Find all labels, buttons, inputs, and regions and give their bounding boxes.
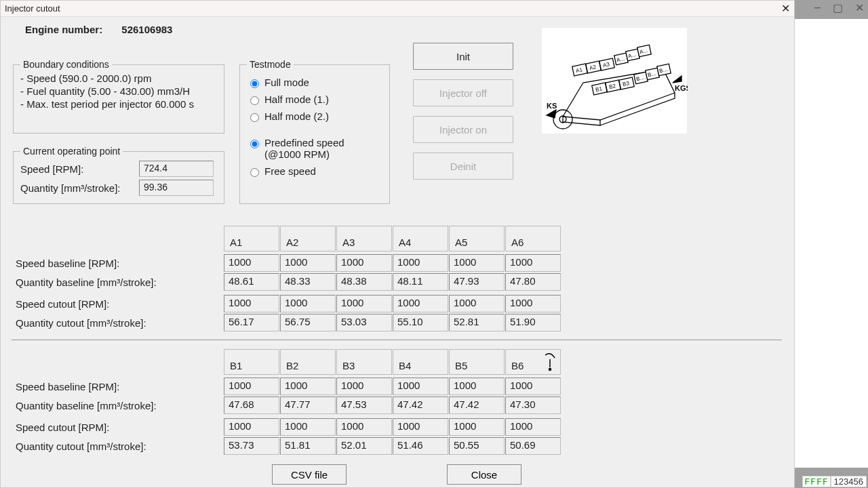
col-header-A6[interactable]: A6 bbox=[505, 226, 561, 251]
injector-off-button: Injector off bbox=[413, 79, 513, 106]
cop-speed-value: 724.4 bbox=[139, 161, 214, 177]
cell-A1-speed-baseline: 1000 bbox=[224, 254, 279, 272]
cell-B2-qty-baseline: 47.77 bbox=[280, 396, 336, 414]
cell-A2-speed-baseline: 1000 bbox=[280, 254, 336, 272]
row-label-qty-cutout: Quantity cutout [mm³/stroke]: bbox=[12, 314, 223, 331]
diagram-label-ks: KS bbox=[547, 102, 557, 110]
injector-on-button: Injector on bbox=[413, 116, 513, 143]
cell-B3-qty-baseline: 47.53 bbox=[336, 396, 392, 414]
row-label-speed-cutout: Speed cutout [RPM]: bbox=[12, 295, 223, 312]
cell-B5-qty-baseline: 47.42 bbox=[449, 396, 505, 414]
cell-B4-speed-baseline: 1000 bbox=[393, 378, 448, 395]
bg-minimize-icon[interactable]: – bbox=[814, 1, 821, 14]
engine-number-label: Engine number: bbox=[25, 24, 102, 35]
bank-b-table: B1B2B3B4B5B6Speed baseline [RPM]:1000100… bbox=[12, 349, 782, 456]
cell-A3-speed-cutout: 1000 bbox=[336, 295, 392, 312]
window-title: Injector cutout bbox=[5, 3, 60, 14]
cell-A4-qty-baseline: 48.11 bbox=[393, 273, 448, 291]
cop-speed-label: Speed [RPM]: bbox=[20, 163, 139, 175]
status-number: 123456 bbox=[831, 476, 867, 487]
cell-B1-qty-baseline: 47.68 bbox=[224, 396, 279, 414]
cell-B1-qty-cutout: 53.73 bbox=[224, 437, 279, 455]
cop-qty-label: Quantity [mm³/stroke]: bbox=[20, 182, 139, 194]
col-header-A5[interactable]: A5 bbox=[449, 226, 505, 251]
close-icon[interactable]: ✕ bbox=[781, 2, 790, 15]
boundary-line-3: - Max. test period per injector 60.000 s bbox=[20, 98, 217, 110]
row-label-qty-baseline: Quantity baseline [mm³/stroke]: bbox=[12, 273, 223, 291]
cell-B2-speed-baseline: 1000 bbox=[280, 378, 336, 395]
row-label-speed-baseline: Speed baseline [RPM]: bbox=[12, 378, 223, 395]
row-label-speed-cutout: Speed cutout [RPM]: bbox=[12, 418, 223, 436]
cell-A5-qty-cutout: 52.81 bbox=[449, 314, 505, 331]
close-button[interactable]: Close bbox=[447, 464, 521, 485]
bg-close-icon[interactable]: ✕ bbox=[855, 1, 864, 14]
init-button[interactable]: Init bbox=[413, 43, 513, 70]
cell-B4-qty-cutout: 51.46 bbox=[393, 437, 448, 455]
cell-B4-qty-baseline: 47.42 bbox=[393, 396, 448, 414]
cell-B2-qty-cutout: 51.81 bbox=[280, 437, 336, 455]
radio-half-mode-1[interactable]: Half mode (1.) bbox=[247, 94, 382, 105]
status-indicator: FFFF bbox=[802, 476, 830, 487]
cell-B3-qty-cutout: 52.01 bbox=[336, 437, 392, 455]
current-operating-point-group: Current operating point Speed [RPM]: 724… bbox=[13, 146, 224, 204]
col-header-B3[interactable]: B3 bbox=[336, 349, 392, 375]
action-buttons-column: Init Injector off Injector on Deinit bbox=[413, 43, 513, 180]
engine-number-value: 526106983 bbox=[121, 24, 172, 35]
csv-file-button[interactable]: CSV file bbox=[272, 464, 347, 485]
bank-a-table: A1A2A3A4A5A6Speed baseline [RPM]:1000100… bbox=[12, 226, 782, 333]
col-header-B4[interactable]: B4 bbox=[393, 349, 448, 375]
col-header-A1[interactable]: A1 bbox=[224, 226, 279, 251]
col-header-B6[interactable]: B6 bbox=[505, 349, 561, 375]
radio-half-mode-2[interactable]: Half mode (2.) bbox=[247, 110, 382, 122]
testmode-legend: Testmode bbox=[247, 59, 294, 70]
engine-number-row: Engine number: 526106983 bbox=[25, 24, 172, 35]
radio-free-speed[interactable]: Free speed bbox=[247, 165, 382, 177]
col-header-A2[interactable]: A2 bbox=[280, 226, 336, 251]
bg-maximize-icon[interactable]: ▢ bbox=[833, 1, 843, 14]
cell-B6-speed-cutout: 1000 bbox=[505, 418, 561, 436]
deinit-button: Deinit bbox=[413, 152, 513, 180]
col-header-B2[interactable]: B2 bbox=[280, 349, 336, 375]
cell-B3-speed-cutout: 1000 bbox=[336, 418, 392, 436]
boundary-legend: Boundary conditions bbox=[20, 59, 112, 70]
row-label-qty-baseline: Quantity baseline [mm³/stroke]: bbox=[12, 396, 223, 414]
bank-separator bbox=[12, 340, 782, 340]
titlebar: Injector cutout ✕ bbox=[1, 1, 794, 17]
cell-B4-speed-cutout: 1000 bbox=[393, 418, 448, 436]
cell-A1-qty-baseline: 48.61 bbox=[224, 273, 279, 291]
background-window-body bbox=[795, 19, 868, 468]
injector-cutout-window: Injector cutout ✕ Engine number: 5261069… bbox=[0, 0, 795, 488]
col-header-A4[interactable]: A4 bbox=[393, 226, 448, 251]
cell-A5-speed-cutout: 1000 bbox=[449, 295, 505, 312]
col-header-B1[interactable]: B1 bbox=[224, 349, 279, 375]
boundary-conditions-group: Boundary conditions - Speed (590.0 - 200… bbox=[13, 59, 224, 134]
cell-A3-qty-cutout: 53.03 bbox=[336, 314, 392, 331]
testmode-group: Testmode Full mode Half mode (1.) Half m… bbox=[239, 59, 390, 204]
injector-icon bbox=[542, 352, 557, 371]
radio-full-mode[interactable]: Full mode bbox=[247, 77, 382, 88]
cell-A2-qty-cutout: 56.75 bbox=[280, 314, 336, 331]
cell-A4-speed-cutout: 1000 bbox=[393, 295, 448, 312]
cell-A6-speed-baseline: 1000 bbox=[505, 254, 561, 272]
svg-point-27 bbox=[549, 369, 551, 371]
boundary-line-1: - Speed (590.0 - 2000.0) rpm bbox=[20, 73, 217, 84]
cell-A3-speed-baseline: 1000 bbox=[336, 254, 392, 272]
cell-B6-qty-baseline: 47.30 bbox=[505, 396, 561, 414]
status-bar: FFFF 123456 bbox=[802, 474, 867, 488]
cell-B5-speed-baseline: 1000 bbox=[449, 378, 505, 395]
cop-qty-value: 99.36 bbox=[139, 180, 214, 196]
cell-A6-qty-baseline: 47.80 bbox=[505, 273, 561, 291]
cell-B1-speed-cutout: 1000 bbox=[224, 418, 279, 436]
radio-predefined-speed[interactable]: Predefined speed (@1000 RPM) bbox=[247, 137, 382, 160]
cell-B3-speed-baseline: 1000 bbox=[336, 378, 392, 395]
cell-A5-qty-baseline: 47.93 bbox=[449, 273, 505, 291]
cell-A6-qty-cutout: 51.90 bbox=[505, 314, 561, 331]
cell-B5-speed-cutout: 1000 bbox=[449, 418, 505, 436]
cell-A1-qty-cutout: 56.17 bbox=[224, 314, 279, 331]
col-header-B5[interactable]: B5 bbox=[449, 349, 505, 375]
cell-A2-speed-cutout: 1000 bbox=[280, 295, 336, 312]
boundary-line-2: - Fuel quantity (5.00 - 430.00) mm3/H bbox=[20, 85, 217, 97]
col-header-A3[interactable]: A3 bbox=[336, 226, 392, 251]
row-label-speed-baseline: Speed baseline [RPM]: bbox=[12, 254, 223, 272]
cell-B6-qty-cutout: 50.69 bbox=[505, 437, 561, 455]
